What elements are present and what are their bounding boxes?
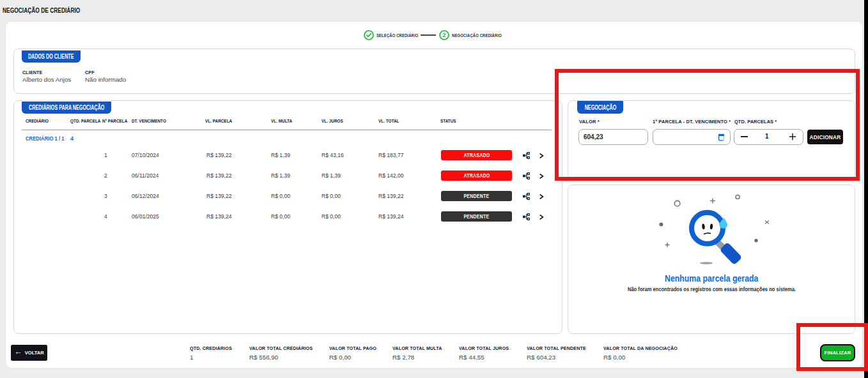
svg-text:2: 2 <box>442 31 446 38</box>
